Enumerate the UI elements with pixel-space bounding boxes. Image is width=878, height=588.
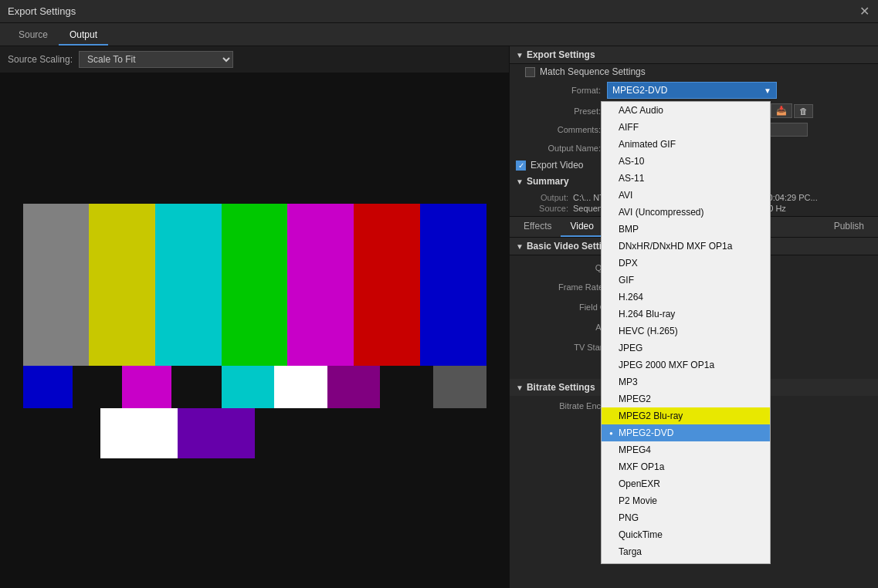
dropdown-item-label: Animated GIF xyxy=(619,139,676,150)
dropdown-item-label: MPEG2-DVD xyxy=(619,427,673,438)
left-panel: Source Scaling: Scale To Fit xyxy=(0,46,510,588)
dropdown-item[interactable]: AIFF xyxy=(602,119,770,136)
dropdown-item[interactable]: MXF OP1a xyxy=(602,458,770,475)
summary-title: Summary xyxy=(527,176,569,187)
color-bar-segment xyxy=(327,366,381,408)
dropdown-item[interactable]: OpenEXR xyxy=(602,475,770,492)
color-bar-segment xyxy=(122,366,171,408)
dropdown-item[interactable]: AVI xyxy=(602,187,770,204)
tab-source[interactable]: Source xyxy=(8,25,59,46)
color-bar-segment xyxy=(332,408,409,458)
color-bar-segment xyxy=(23,204,90,366)
color-bar-segment xyxy=(89,204,155,366)
color-bar-segment xyxy=(409,408,486,458)
delete-preset-button[interactable]: 🗑 xyxy=(794,104,813,118)
dropdown-item-label: MPEG4 xyxy=(619,444,651,455)
preview-area xyxy=(0,73,509,588)
source-scaling-select[interactable]: Scale To Fit xyxy=(79,51,233,68)
dropdown-item-label: H.264 xyxy=(619,292,643,302)
bitrate-collapse-icon[interactable]: ▼ xyxy=(516,384,524,392)
dropdown-item[interactable]: DNxHR/DNxHD MXF OP1a xyxy=(602,238,770,255)
dropdown-item[interactable]: P2 Movie xyxy=(602,492,770,509)
dropdown-item[interactable]: H.264 Blu-ray xyxy=(602,306,770,323)
color-bar-segment xyxy=(354,204,420,366)
dropdown-item[interactable]: QuickTime xyxy=(602,526,770,543)
dropdown-item[interactable]: MPEG4 xyxy=(602,441,770,458)
title-bar: Export Settings ✕ xyxy=(0,0,878,23)
dropdown-item-label: DPX xyxy=(619,258,638,269)
dropdown-item[interactable]: DPX xyxy=(602,255,770,272)
dropdown-item[interactable]: GIF xyxy=(602,272,770,289)
color-bar-segment xyxy=(420,204,486,366)
close-button[interactable]: ✕ xyxy=(858,5,870,18)
bars-bottom-strip xyxy=(23,408,486,458)
match-sequence-label: Match Sequence Settings xyxy=(540,66,646,77)
dropdown-item[interactable]: AS-11 xyxy=(602,170,770,187)
bars-top xyxy=(23,204,486,366)
dropdown-item-label: AVI xyxy=(619,190,632,201)
dropdown-item[interactable]: H.264 xyxy=(602,289,770,306)
summary-collapse-icon[interactable]: ▼ xyxy=(516,177,524,186)
dropdown-item-label: MXF OP1a xyxy=(619,461,664,472)
dropdown-item-label: H.264 Blu-ray xyxy=(619,309,675,319)
output-name-label: Output Name: xyxy=(516,144,601,153)
dropdown-item[interactable]: BMP xyxy=(602,221,770,238)
dropdown-item-label: TIFF xyxy=(619,563,638,564)
dropdown-item[interactable]: AAC Audio xyxy=(602,102,770,119)
format-dropdown[interactable]: MPEG2-DVD ▼ xyxy=(607,82,777,99)
right-panel: ▼ Export Settings Match Sequence Setting… xyxy=(510,46,878,588)
source-scaling-label: Source Scaling: xyxy=(8,54,73,65)
tab-publish[interactable]: Publish xyxy=(825,217,873,237)
color-bar-segment xyxy=(171,366,221,408)
dropdown-item-label: AS-10 xyxy=(619,156,644,167)
tab-effects[interactable]: Effects xyxy=(514,217,561,237)
color-bar-segment xyxy=(222,366,275,408)
dropdown-item[interactable]: TIFF xyxy=(602,560,770,564)
export-video-label: Export Video xyxy=(531,160,584,171)
dropdown-item[interactable]: PNG xyxy=(602,509,770,526)
comments-label: Comments: xyxy=(516,125,601,134)
collapse-icon[interactable]: ▼ xyxy=(516,51,524,59)
color-bar-segment xyxy=(23,366,73,408)
dropdown-item-label: AS-11 xyxy=(619,173,644,184)
color-bar-segment xyxy=(178,408,255,458)
dropdown-item[interactable]: AS-10 xyxy=(602,153,770,170)
export-video-checkbox[interactable]: ✓ xyxy=(516,161,526,171)
color-bar-segment xyxy=(274,366,327,408)
dropdown-item[interactable]: Targa xyxy=(602,543,770,560)
tab-video[interactable]: Video xyxy=(561,217,602,237)
dropdown-item[interactable]: MPEG2 xyxy=(602,390,770,407)
dropdown-item[interactable]: MPEG2 Blu-ray xyxy=(602,407,770,424)
basic-video-collapse-icon[interactable]: ▼ xyxy=(516,242,524,251)
tab-output[interactable]: Output xyxy=(59,25,108,46)
color-bars xyxy=(23,204,486,458)
preset-label: Preset: xyxy=(516,106,601,116)
format-label: Format: xyxy=(516,86,601,95)
dropdown-item-label: JPEG 2000 MXF OP1a xyxy=(619,360,714,370)
export-settings-header: ▼ Export Settings xyxy=(510,46,878,64)
dropdown-item[interactable]: AVI (Uncompressed) xyxy=(602,204,770,221)
dropdown-item-label: QuickTime xyxy=(619,529,663,540)
color-bar-segment xyxy=(23,408,100,458)
format-value: MPEG2-DVD xyxy=(612,85,667,96)
format-dropdown-list[interactable]: AAC AudioAIFFAnimated GIFAS-10AS-11AVIAV… xyxy=(601,101,771,564)
match-sequence-checkbox[interactable] xyxy=(525,67,535,77)
summary-output-label: Output: xyxy=(522,193,568,202)
dropdown-item-label: DNxHR/DNxHD MXF OP1a xyxy=(619,241,732,252)
dropdown-item-label: AAC Audio xyxy=(619,105,663,116)
dropdown-item[interactable]: JPEG xyxy=(602,340,770,357)
color-bar-segment xyxy=(287,204,354,366)
dropdown-item[interactable]: HEVC (H.265) xyxy=(602,323,770,340)
format-row: Format: MPEG2-DVD ▼ AAC AudioAIFFAnimate… xyxy=(510,79,878,101)
import-preset-button[interactable]: 📥 xyxy=(771,103,792,118)
dropdown-item[interactable]: JPEG 2000 MXF OP1a xyxy=(602,357,770,373)
dropdown-item[interactable]: ●MPEG2-DVD xyxy=(602,424,770,441)
color-bar-segment xyxy=(433,366,486,408)
dropdown-item-label: P2 Movie xyxy=(619,495,657,506)
dropdown-item-label: OpenEXR xyxy=(619,478,660,489)
dropdown-item-label: JPEG xyxy=(619,343,642,353)
dropdown-item[interactable]: Animated GIF xyxy=(602,136,770,153)
color-bar-segment xyxy=(155,204,222,366)
dropdown-item[interactable]: MP3 xyxy=(602,373,770,390)
color-bar-segment xyxy=(100,408,178,458)
